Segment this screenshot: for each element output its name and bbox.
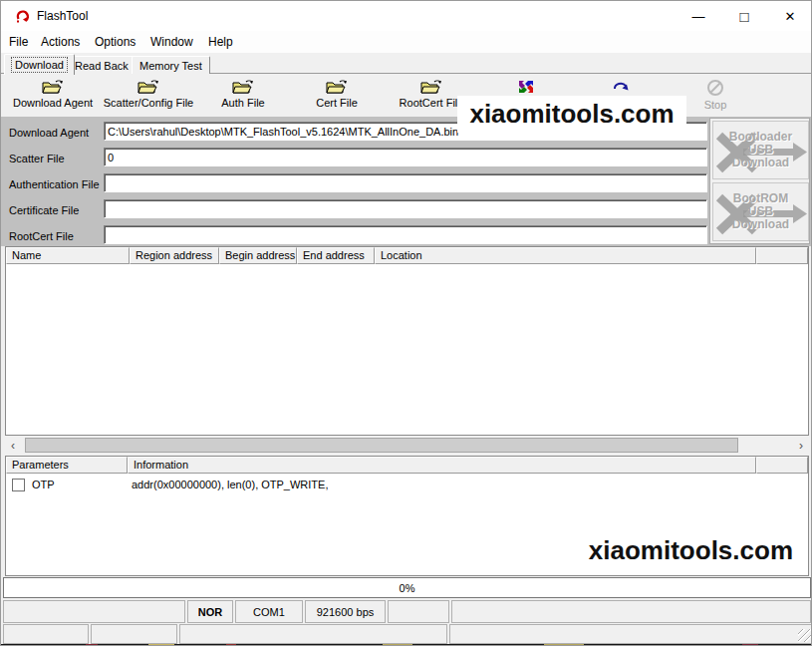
column-region-address[interactable]: Region address: [130, 247, 219, 264]
scatter-file-input[interactable]: [104, 148, 707, 166]
menu-help[interactable]: Help: [208, 35, 233, 49]
toolbar: Download Agent Scatter/Config File Auth …: [1, 74, 812, 117]
otp-information: addr(0x00000000), len(0), OTP_WRITE,: [132, 479, 328, 490]
files-table-header: Name Region address Begin address End ad…: [6, 247, 808, 264]
column-filler: [756, 247, 808, 264]
menu-file[interactable]: File: [9, 35, 28, 49]
close-button[interactable]: ✕: [767, 1, 812, 31]
status-cell-empty: [388, 600, 449, 623]
toolbar-stop-label: Stop: [704, 99, 727, 111]
close-icon: ✕: [785, 9, 796, 24]
column-begin-address[interactable]: Begin address: [219, 247, 297, 264]
open-folder-icon: [326, 79, 348, 95]
bootrom-usb-download-button[interactable]: BootROM USB Download: [712, 182, 809, 241]
file-form-area: Download Agent Scatter File Authenticati…: [1, 117, 812, 246]
readback-arrow-icon: [611, 79, 631, 95]
tab-read-back[interactable]: Read Back: [67, 56, 136, 74]
table-row-otp[interactable]: OTP addr(0x00000000), len(0), OTP_WRITE,: [6, 474, 808, 491]
certificate-file-input[interactable]: [104, 199, 707, 218]
toolbar-scatter-config-label: Scatter/Config File: [104, 97, 193, 109]
column-location[interactable]: Location: [375, 247, 756, 264]
tab-download[interactable]: Download: [4, 54, 75, 75]
column-information[interactable]: Information: [128, 457, 756, 474]
status-cell-baudrate: 921600 bps: [305, 600, 386, 623]
scrollbar-thumb[interactable]: [25, 438, 738, 453]
column-parameters[interactable]: Parameters: [6, 457, 128, 474]
status-cell-empty: [91, 624, 177, 644]
column-name[interactable]: Name: [6, 247, 130, 264]
rootcert-file-input[interactable]: [104, 225, 707, 244]
bootloader-usb-download-button[interactable]: Bootloader USB Download: [712, 121, 809, 179]
minimize-icon: —: [692, 9, 705, 24]
window-title: FlashTool: [37, 9, 88, 23]
toolbar-cert-file-button[interactable]: Cert File: [289, 79, 385, 117]
tab-strip: Download Read Back Memory Test: [1, 53, 812, 74]
menu-actions[interactable]: Actions: [41, 35, 80, 49]
toolbar-auth-file-label: Auth File: [221, 97, 264, 109]
watermark: xiaomitools.com: [559, 533, 793, 567]
status-cell-port: COM1: [235, 600, 303, 623]
toolbar-rootcert-file-label: RootCert File: [400, 97, 464, 109]
download-agent-label: Download Agent: [9, 127, 89, 139]
scroll-right-arrow[interactable]: ›: [793, 437, 809, 454]
toolbar-scatter-config-button[interactable]: Scatter/Config File: [101, 79, 196, 117]
tab-download-label: Download: [12, 58, 67, 72]
authentication-file-input[interactable]: [104, 173, 707, 192]
toolbar-auth-file-button[interactable]: Auth File: [195, 79, 291, 117]
toolbar-cert-file-label: Cert File: [316, 97, 358, 109]
progress-bar: 0%: [3, 577, 811, 598]
files-table: Name Region address Begin address End ad…: [5, 246, 809, 436]
column-filler: [756, 457, 808, 474]
tab-memory-test[interactable]: Memory Test: [132, 56, 210, 74]
menu-bar: File Actions Options Window Help: [1, 31, 812, 53]
status-cell-empty: [179, 624, 447, 644]
status-cell-empty: [449, 624, 812, 644]
toolbar-download-agent-label: Download Agent: [13, 97, 93, 109]
watermark: xiaomitools.com: [457, 96, 686, 133]
bootrom-line3: Download: [732, 218, 789, 231]
menu-options[interactable]: Options: [95, 35, 135, 49]
authentication-file-label: Authentication File: [9, 178, 100, 190]
menu-window[interactable]: Window: [150, 35, 193, 49]
rootcert-file-label: RootCert File: [9, 230, 74, 242]
flashtool-window: FlashTool — □ ✕ File Actions Options Win…: [0, 0, 812, 646]
status-cell-storage: NOR: [187, 600, 233, 623]
status-bar-secondary: [1, 624, 812, 644]
title-bar: FlashTool — □ ✕: [1, 1, 812, 31]
tab-read-back-label: Read Back: [75, 60, 129, 72]
certificate-file-label: Certificate File: [9, 204, 79, 216]
scatter-file-label: Scatter File: [9, 153, 65, 164]
scroll-left-arrow[interactable]: ‹: [5, 437, 21, 454]
otp-checkbox[interactable]: [12, 479, 25, 491]
otp-label: OTP: [32, 479, 55, 490]
resize-grip[interactable]: [798, 629, 811, 642]
status-bar: NOR COM1 921600 bps: [1, 600, 812, 623]
status-cell-empty: [3, 600, 185, 623]
maximize-icon: □: [739, 8, 748, 25]
watermark-text: xiaomitools.com: [469, 99, 674, 130]
status-cell-empty: [3, 624, 89, 644]
minimize-button[interactable]: —: [676, 1, 721, 31]
tab-memory-test-label: Memory Test: [139, 60, 202, 72]
watermark-text: xiaomitools.com: [589, 535, 793, 566]
stop-circle-icon: [706, 79, 724, 97]
horizontal-scrollbar[interactable]: ‹ ›: [5, 437, 809, 454]
toolbar-download-agent-button[interactable]: Download Agent: [5, 79, 101, 117]
download-arrows-icon: [517, 79, 535, 95]
column-end-address[interactable]: End address: [297, 247, 375, 264]
open-folder-icon: [232, 79, 254, 95]
bootloader-line3: Download: [732, 157, 789, 169]
open-folder-icon: [42, 79, 64, 95]
open-folder-icon: [420, 79, 442, 95]
status-cell-empty: [451, 600, 811, 623]
maximize-button[interactable]: □: [721, 1, 767, 31]
progress-percent: 0%: [400, 582, 415, 594]
app-icon: [15, 8, 31, 24]
open-folder-icon: [137, 79, 159, 95]
parameters-table-header: Parameters Information: [6, 457, 808, 474]
